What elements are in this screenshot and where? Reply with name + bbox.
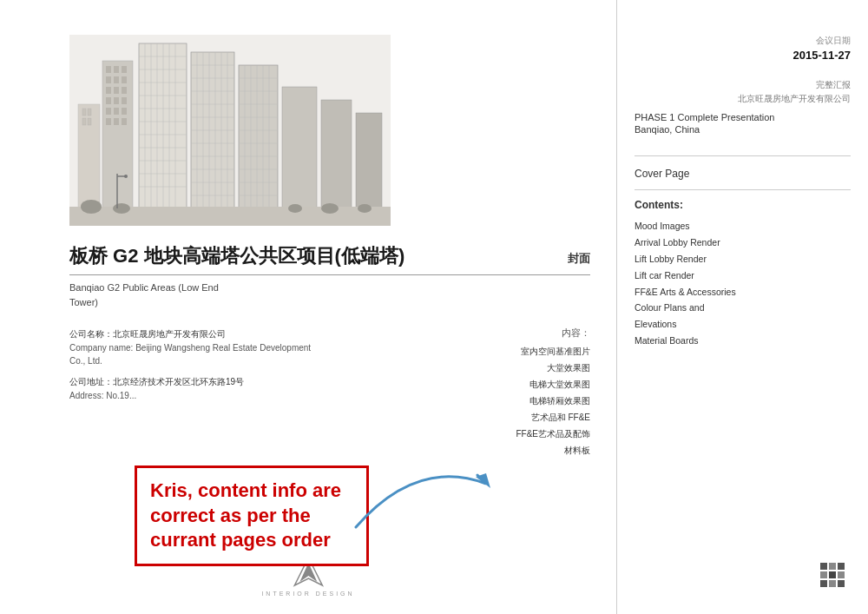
phase-section: 完整汇报 北京旺晟房地产开发有限公司 PHASE 1 Complete Pres…: [635, 79, 851, 135]
svg-point-88: [124, 175, 128, 178]
svg-rect-14: [114, 87, 119, 94]
building-image: [69, 35, 391, 226]
svg-rect-4: [82, 118, 86, 125]
svg-rect-9: [122, 66, 127, 73]
svg-point-84: [321, 203, 339, 214]
svg-rect-93: [829, 563, 836, 570]
svg-rect-2: [82, 109, 86, 116]
svg-rect-94: [838, 563, 845, 570]
en-item-4: Lift car Render: [635, 267, 851, 284]
location-text: Banqiao, China: [635, 124, 851, 135]
svg-point-82: [113, 203, 130, 214]
arrow-svg: [347, 440, 521, 545]
svg-rect-20: [114, 108, 119, 115]
svg-rect-7: [106, 66, 111, 73]
cn-item-3: 电梯大堂效果图: [399, 376, 590, 393]
title-divider: [69, 274, 590, 275]
svg-rect-3: [88, 109, 91, 116]
annotation-text: Kris, content info are correct as per th…: [150, 479, 341, 551]
svg-rect-16: [106, 97, 111, 104]
project-title-cn: 板桥 G2 地块高端塔公共区项目(低端塔): [69, 243, 404, 269]
report-type-cn: 完整汇报: [635, 79, 851, 91]
cn-item-4: 电梯轿厢效果图: [399, 393, 590, 409]
annotation-box: Kris, content info are correct as per th…: [135, 465, 369, 566]
company-address-cn: 公司地址：北京经济技术开发区北环东路19号: [69, 374, 399, 389]
svg-point-83: [288, 204, 302, 213]
company-name-en2: Co., Ltd.: [69, 354, 399, 367]
contents-list-en: Mood Images Arrival Lobby Render Lift Lo…: [635, 218, 851, 349]
company-info: 公司名称：北京旺晟房地产开发有限公司 Company name: Beijing…: [69, 327, 399, 459]
svg-rect-8: [114, 66, 119, 73]
company-name-cn: 公司名称：北京旺晟房地产开发有限公司: [69, 327, 399, 341]
en-item-3: Lift Lobby Render: [635, 251, 851, 267]
en-item-2: Arrival Lobby Render: [635, 234, 851, 251]
sidebar-divider-1: [635, 155, 851, 156]
svg-rect-11: [114, 76, 119, 83]
svg-rect-18: [122, 97, 127, 104]
contents-section: Contents: Mood Images Arrival Lobby Rend…: [635, 199, 851, 349]
svg-rect-5: [88, 118, 91, 125]
en-item-6: Colour Plans and: [635, 300, 851, 316]
company-name-en: Company name: Beijing Wangsheng Real Est…: [69, 341, 399, 354]
page-container: 板桥 G2 地块高端塔公共区项目(低端塔) 封面 Banqiao G2 Publ…: [0, 0, 868, 614]
title-row: 板桥 G2 地块高端塔公共区项目(低端塔) 封面: [69, 243, 616, 269]
right-sidebar: 会议日期 2015-11-27 完整汇报 北京旺晟房地产开发有限公司 PHASE…: [616, 0, 868, 614]
date-label: 会议日期: [635, 35, 851, 47]
svg-rect-13: [106, 87, 111, 94]
contents-label-en: Contents:: [635, 199, 851, 211]
cover-label-en: Cover Page: [635, 168, 689, 180]
svg-rect-15: [122, 87, 127, 94]
svg-point-85: [358, 204, 372, 213]
svg-rect-25: [139, 43, 187, 208]
contents-label-cn: 内容：: [399, 327, 590, 340]
svg-rect-79: [356, 113, 382, 208]
svg-rect-97: [838, 571, 845, 578]
phase-text: PHASE 1 Complete Presentation: [635, 112, 851, 122]
logo-text: INTERIOR DESIGN: [261, 591, 354, 597]
en-item-7: Elevations: [635, 316, 851, 333]
svg-rect-96: [829, 571, 836, 578]
svg-rect-99: [829, 580, 836, 587]
svg-rect-77: [282, 87, 317, 208]
cover-label-cn: 封面: [568, 251, 590, 267]
date-value: 2015-11-27: [635, 49, 851, 62]
en-item-1: Mood Images: [635, 218, 851, 234]
svg-rect-21: [122, 108, 127, 115]
company-header-cn: 北京旺晟房地产开发有限公司: [635, 93, 851, 105]
svg-rect-78: [321, 100, 352, 208]
svg-rect-92: [820, 563, 827, 570]
svg-rect-17: [114, 97, 119, 104]
cn-item-1: 室内空间基准图片: [399, 343, 590, 360]
company-address-en: Address: No.19...: [69, 389, 399, 402]
en-item-8: Material Boards: [635, 333, 851, 349]
cover-en-section: Cover Page: [635, 165, 851, 181]
cn-item-5: 艺术品和 FF&E: [399, 409, 590, 426]
svg-rect-24: [122, 118, 127, 125]
svg-rect-12: [122, 76, 127, 83]
content-list-cn: 内容： 室内空间基准图片 大堂效果图 电梯大堂效果图 电梯轿厢效果图 艺术品和 …: [399, 327, 590, 459]
svg-rect-10: [106, 76, 111, 83]
svg-rect-98: [820, 580, 827, 587]
svg-rect-19: [106, 108, 111, 115]
svg-point-81: [81, 200, 102, 214]
left-area: 板桥 G2 地块高端塔公共区项目(低端塔) 封面 Banqiao G2 Publ…: [0, 0, 616, 614]
decorative-pattern: [820, 563, 851, 597]
en-item-5: FF&E Arts & Accessories: [635, 284, 851, 300]
svg-rect-100: [838, 580, 845, 587]
cn-item-2: 大堂效果图: [399, 360, 590, 376]
svg-rect-95: [820, 571, 827, 578]
svg-rect-23: [114, 118, 119, 125]
project-title-en: Banqiao G2 Public Areas (Low End Tower): [69, 281, 590, 309]
svg-rect-22: [106, 118, 111, 125]
lower-section: 公司名称：北京旺晟房地产开发有限公司 Company name: Beijing…: [69, 327, 590, 459]
sidebar-divider-2: [635, 189, 851, 190]
date-section: 会议日期 2015-11-27: [635, 35, 851, 62]
